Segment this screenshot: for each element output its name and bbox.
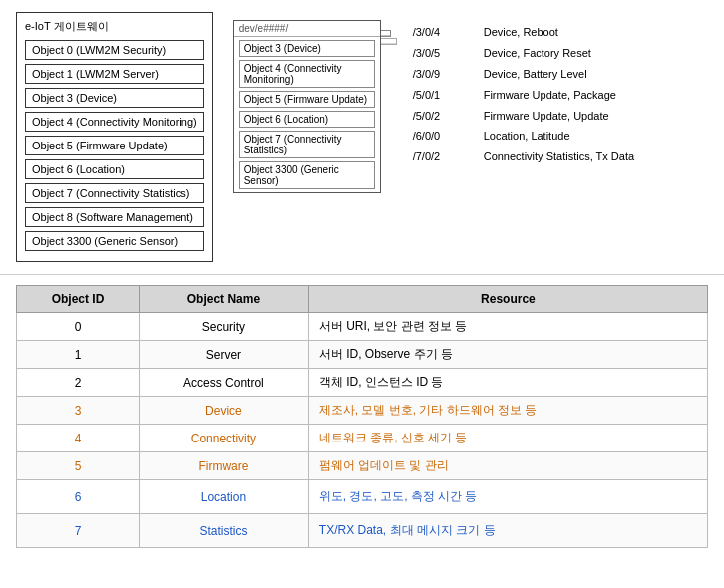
cell-resource: 펌웨어 업데이트 및 관리 [308,452,707,480]
path-code: /5/0/2 [413,106,468,127]
table-row: 2Access Control객체 ID, 인스턴스 ID 등 [17,369,708,397]
cell-resource: 제조사, 모델 번호, 기타 하드웨어 정보 등 [308,397,707,425]
path-desc: Connectivity Statistics, Tx Data [484,147,634,167]
path-row: /7/0/2Connectivity Statistics, Tx Data [413,147,672,167]
cell-resource: 네트워크 종류, 신호 세기 등 [308,425,707,452]
cell-object-name: Location [140,480,309,514]
cell-object-id: 2 [17,369,140,397]
table-row: 6Location위도, 경도, 고도, 측정 시간 등 [17,480,708,514]
cell-object-id: 6 [17,480,140,514]
path-code: /7/0/2 [413,147,468,167]
path-code: /3/0/5 [413,43,468,64]
path-desc: Firmware Update, Update [484,106,609,127]
gateway-item: Object 7 (Connectivity Statistics) [25,183,204,203]
cell-resource: 객체 ID, 인스턴스 ID 등 [308,369,707,397]
object-table: Object ID Object Name Resource 0Security… [16,285,708,548]
table-row: 5Firmware펌웨어 업데이트 및 관리 [17,452,708,480]
cell-object-name: Firmware [140,452,309,480]
cell-resource: 서버 URI, 보안 관련 정보 등 [308,313,707,341]
table-row: 1Server서버 ID, Observe 주기 등 [17,341,708,369]
gateway-item: Object 3 (Device) [25,88,204,108]
card-item: Object 7 (Connectivity Statistics) [239,131,375,158]
table-row: 7StatisticsTX/RX Data, 최대 메시지 크기 등 [17,514,708,548]
path-list: /3/0/4Device, Reboot/3/0/5Device, Factor… [413,12,672,167]
table-row: 3Device제조사, 모델 번호, 기타 하드웨어 정보 등 [17,397,708,425]
cell-object-id: 5 [17,452,140,480]
gateway-item: Object 4 (Connectivity Monitoring) [25,112,204,132]
path-row: /5/0/2Firmware Update, Update [413,106,672,127]
path-desc: Device, Battery Level [484,64,587,85]
table-section: Object ID Object Name Resource 0Security… [0,275,724,558]
col-object-name: Object Name [140,286,309,313]
cell-resource: 서버 ID, Observe 주기 등 [308,341,707,369]
path-row: /3/0/9Device, Battery Level [413,64,672,85]
path-code: /3/0/4 [413,22,468,43]
stacked-cards: dev/e####/ Object 3 (Device)Object 4 (Co… [233,20,393,259]
cell-object-id: 4 [17,425,140,452]
path-desc: Location, Latitude [484,126,570,147]
card-item: Object 5 (Firmware Update) [239,91,375,108]
path-code: /5/0/1 [413,85,468,106]
table-row: 4Connectivity네트워크 종류, 신호 세기 등 [17,425,708,452]
cell-object-name: Security [140,313,309,341]
table-header-row: Object ID Object Name Resource [17,286,708,313]
card-title: dev/e####/ [234,21,380,37]
diagram-section: e-IoT 게이트웨이 Object 0 (LWM2M Security)Obj… [0,0,724,275]
cell-resource: TX/RX Data, 최대 메시지 크기 등 [308,514,707,548]
gateway-box: e-IoT 게이트웨이 Object 0 (LWM2M Security)Obj… [16,12,213,262]
card-item: Object 6 (Location) [239,111,375,128]
card-item: Object 4 (Connectivity Monitoring) [239,60,375,88]
cell-object-name: Server [140,341,309,369]
card-item: Object 3300 (Generic Sensor) [239,161,375,189]
cell-object-id: 3 [17,397,140,425]
gateway-item: Object 0 (LWM2M Security) [25,40,204,60]
cell-object-id: 1 [17,341,140,369]
cell-object-name: Device [140,397,309,425]
path-desc: Firmware Update, Package [484,85,616,106]
card-item: Object 3 (Device) [239,40,375,57]
path-code: /3/0/9 [413,64,468,85]
gateway-title: e-IoT 게이트웨이 [25,19,204,34]
table-row: 0Security서버 URI, 보안 관련 정보 등 [17,313,708,341]
gateway-item: Object 3300 (Generic Sensor) [25,231,204,251]
path-row: /6/0/0Location, Latitude [413,126,672,147]
cell-object-name: Statistics [140,514,309,548]
gateway-item: Object 6 (Location) [25,159,204,179]
path-desc: Device, Reboot [484,22,558,43]
path-row: /3/0/4Device, Reboot [413,22,672,43]
path-desc: Device, Factory Reset [484,43,591,64]
cell-object-name: Access Control [140,369,309,397]
col-resource: Resource [308,286,707,313]
cell-object-id: 0 [17,313,140,341]
path-row: /5/0/1Firmware Update, Package [413,85,672,106]
gateway-item: Object 1 (LWM2M Server) [25,64,204,84]
cell-object-id: 7 [17,514,140,548]
cell-resource: 위도, 경도, 고도, 측정 시간 등 [308,480,707,514]
gateway-item: Object 8 (Software Management) [25,207,204,227]
path-row: /3/0/5Device, Factory Reset [413,43,672,64]
path-code: /6/0/0 [413,126,468,147]
cell-object-name: Connectivity [140,425,309,452]
gateway-item: Object 5 (Firmware Update) [25,136,204,155]
col-object-id: Object ID [17,286,140,313]
